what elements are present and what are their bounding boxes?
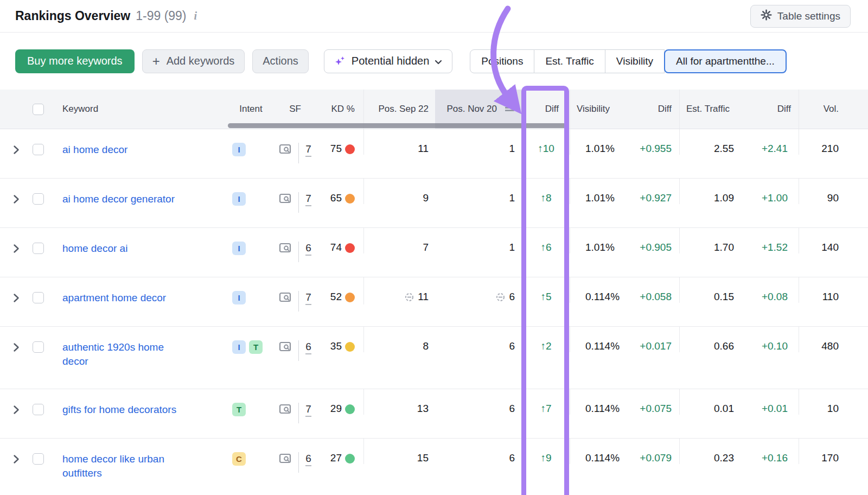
visibility-value: 0.114% bbox=[585, 291, 620, 303]
add-keywords-button[interactable]: + Add keywords bbox=[142, 49, 245, 73]
position-diff: ↑9 bbox=[540, 452, 551, 464]
potential-hidden-dropdown[interactable]: Potential hidden bbox=[324, 49, 452, 73]
kd-value: 52 bbox=[330, 291, 342, 303]
keyword-link[interactable]: authentic 1920s home decor bbox=[62, 340, 192, 369]
position-sep-22: 7 bbox=[423, 242, 429, 253]
keyword-link[interactable]: gifts for home decorators bbox=[62, 403, 176, 417]
kd-difficulty-dot bbox=[345, 404, 355, 414]
intent-badge-t: T bbox=[232, 403, 246, 416]
row-checkbox[interactable] bbox=[33, 193, 44, 205]
buy-more-keywords-button[interactable]: Buy more keywords bbox=[15, 49, 135, 73]
kd-difficulty-dot bbox=[345, 342, 355, 352]
expand-row-button[interactable] bbox=[11, 243, 22, 254]
sf-count[interactable]: 7 bbox=[305, 143, 311, 157]
visibility-diff: +0.927 bbox=[640, 192, 672, 204]
column-header-volume[interactable]: Vol. bbox=[824, 104, 839, 115]
row-checkbox[interactable] bbox=[33, 404, 44, 415]
keyword-link[interactable]: ai home decor generator bbox=[62, 192, 175, 206]
row-checkbox[interactable] bbox=[33, 144, 44, 155]
position-diff: ↑8 bbox=[540, 192, 551, 204]
expand-row-button[interactable] bbox=[11, 144, 22, 155]
est-traffic-diff: +0.01 bbox=[762, 403, 788, 415]
buy-more-keywords-label: Buy more keywords bbox=[27, 55, 123, 67]
expand-row-button[interactable] bbox=[11, 404, 22, 415]
row-checkbox[interactable] bbox=[33, 341, 44, 353]
expand-row-button[interactable] bbox=[11, 194, 22, 205]
kd-difficulty-dot bbox=[345, 194, 355, 204]
serp-features-icon[interactable] bbox=[279, 291, 292, 306]
visibility-diff: +0.058 bbox=[640, 291, 672, 303]
column-header-intent[interactable]: Intent bbox=[239, 104, 263, 115]
row-checkbox[interactable] bbox=[33, 292, 44, 303]
column-header-visibility[interactable]: Visibility bbox=[577, 104, 610, 115]
divider bbox=[298, 452, 299, 473]
keyword-link[interactable]: ai home decor bbox=[62, 143, 127, 157]
expand-row-button[interactable] bbox=[11, 454, 22, 465]
position-diff: ↑2 bbox=[540, 340, 551, 352]
divider bbox=[298, 192, 299, 213]
kd-difficulty-dot bbox=[345, 144, 355, 154]
view-tab-visibility[interactable]: Visibility bbox=[605, 49, 665, 73]
sf-count[interactable]: 6 bbox=[305, 452, 311, 466]
serp-features-icon[interactable] bbox=[279, 143, 292, 158]
sf-count[interactable]: 7 bbox=[305, 403, 311, 417]
position-sep-22: 9 bbox=[423, 192, 429, 204]
intent-badge-i: I bbox=[232, 192, 246, 206]
serp-features-icon[interactable] bbox=[279, 242, 292, 257]
serp-features-icon[interactable] bbox=[279, 403, 292, 418]
est-traffic-diff: +1.00 bbox=[762, 192, 788, 204]
visibility-diff: +0.075 bbox=[640, 403, 672, 415]
position-nov-20: 6 bbox=[509, 340, 515, 352]
est-traffic-diff: +2.41 bbox=[762, 143, 788, 155]
sf-count[interactable]: 7 bbox=[305, 291, 311, 305]
select-all-checkbox[interactable] bbox=[33, 104, 44, 115]
keyword-link[interactable]: apartment home decor bbox=[62, 291, 166, 305]
toolbar: Buy more keywords + Add keywords Actions… bbox=[0, 33, 868, 90]
view-tab-all-for-domain[interactable]: All for apartmentthe... bbox=[664, 49, 787, 73]
table-row: home decor like urban outfitters C 6 27 bbox=[0, 439, 868, 495]
keyword-link[interactable]: home decor ai bbox=[62, 242, 127, 256]
position-sep-22: 15 bbox=[417, 452, 429, 464]
serp-features-icon[interactable] bbox=[279, 193, 292, 207]
actions-button[interactable]: Actions bbox=[252, 49, 309, 73]
column-header-pos-diff[interactable]: Diff bbox=[545, 104, 559, 115]
intent-badge-c: C bbox=[232, 452, 246, 466]
divider bbox=[298, 403, 299, 423]
view-tab-est-traffic[interactable]: Est. Traffic bbox=[534, 49, 605, 73]
row-checkbox[interactable] bbox=[33, 243, 44, 254]
view-tab-positions[interactable]: Positions bbox=[470, 49, 534, 73]
volume-value: 480 bbox=[821, 340, 839, 352]
sort-descending-icon[interactable] bbox=[505, 104, 515, 115]
est-traffic-diff: +0.10 bbox=[762, 340, 788, 352]
serp-features-icon[interactable] bbox=[279, 341, 292, 356]
result-range: 1-99 (99) bbox=[136, 9, 186, 23]
column-header-visibility-diff[interactable]: Diff bbox=[658, 104, 672, 115]
row-checkbox[interactable] bbox=[33, 453, 44, 465]
column-header-pos-nov-20[interactable]: Pos. Nov 20 bbox=[446, 104, 497, 115]
info-icon[interactable]: i bbox=[194, 10, 197, 22]
expand-row-button[interactable] bbox=[11, 293, 22, 303]
volume-value: 110 bbox=[822, 291, 839, 303]
keyword-link[interactable]: home decor like urban outfitters bbox=[62, 452, 192, 480]
expand-row-button[interactable] bbox=[11, 342, 22, 353]
sf-count[interactable]: 6 bbox=[305, 340, 311, 354]
divider bbox=[298, 291, 299, 312]
column-header-pos-sep-22[interactable]: Pos. Sep 22 bbox=[378, 104, 429, 115]
add-keywords-label: Add keywords bbox=[167, 55, 235, 67]
position-sep-22: 11 bbox=[418, 143, 429, 155]
table-settings-button[interactable]: Table settings bbox=[750, 5, 851, 28]
column-header-sf[interactable]: SF bbox=[289, 104, 301, 115]
position-nov-20: 6 bbox=[509, 403, 515, 415]
column-header-est-traffic[interactable]: Est. Traffic bbox=[686, 104, 730, 115]
sf-count[interactable]: 6 bbox=[305, 242, 311, 256]
column-header-kd[interactable]: KD % bbox=[331, 104, 355, 115]
column-header-traffic-diff[interactable]: Diff bbox=[777, 104, 791, 115]
sf-count[interactable]: 7 bbox=[305, 192, 311, 206]
volume-value: 10 bbox=[827, 403, 839, 415]
position-sep-22: 8 bbox=[423, 340, 429, 352]
horizontal-scrollbar[interactable] bbox=[228, 123, 569, 128]
column-header-keyword[interactable]: Keyword bbox=[62, 104, 98, 115]
view-tab-label: Visibility bbox=[616, 55, 653, 67]
position-nov-20: 6 bbox=[509, 291, 515, 303]
serp-features-icon[interactable] bbox=[279, 453, 292, 467]
